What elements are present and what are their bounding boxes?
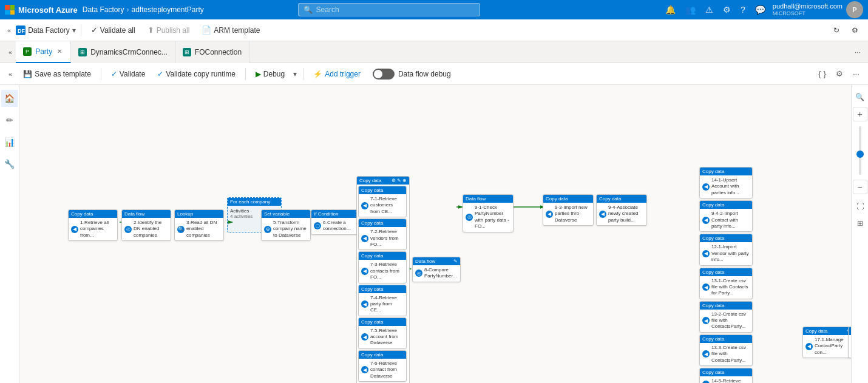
node-compare[interactable]: Data flow ✎ ◎ 8-Compare PartyNumber...	[412, 257, 461, 282]
node-7-2[interactable]: Copy data ◀ 7-2-Retrieve vendors from FO…	[358, 219, 407, 250]
node-7-4[interactable]: Copy data ◀ 7-4-Retrieve party from CE..…	[358, 285, 407, 316]
sidebar-collapse-btn[interactable]: «	[5, 25, 13, 35]
node-body: ◎ 8-Compare PartyNumber...	[413, 265, 460, 282]
party-tab-icon: P	[23, 47, 32, 56]
node-retrieve-companies[interactable]: Copy data ◀ 1-Retrieve all companies fro…	[68, 209, 118, 241]
alerts-icon[interactable]: ⚠	[703, 4, 716, 16]
node-body: ◀ 14-5-Retrieve salutation from...	[700, 376, 752, 383]
validate-copy-icon: ✓	[157, 70, 163, 78]
zoom-in-btn[interactable]: +	[853, 107, 867, 121]
node-check-party[interactable]: Data flow ◎ 9-1-Check PartyNumber with p…	[463, 194, 514, 232]
node-retrieve-salutation[interactable]: Copy data ◀ 14-5-Retrieve salutation fro…	[699, 368, 753, 383]
zoom-out-btn[interactable]: −	[853, 180, 867, 194]
user-info[interactable]: pudhall@microsoft.com MICROSOFT P	[773, 1, 863, 18]
publish-all-btn[interactable]: ⬆ Publish all	[143, 23, 195, 37]
node-identify-dn[interactable]: Data flow ◎ 2-Identify the DN enabled co…	[121, 209, 171, 241]
node-text: 8-Compare PartyNumber...	[424, 267, 458, 280]
node-upsert-account[interactable]: Copy data ◀ 14-1-Upsert Account with par…	[699, 167, 753, 198]
tab-collapse-btn[interactable]: «	[5, 47, 16, 57]
df-dropdown-icon[interactable]: ▾	[72, 26, 76, 35]
sidebar-edit-icon[interactable]: ✏	[1, 112, 18, 129]
node-text: 9-3-Import new parties thro Dataverse	[555, 205, 591, 223]
filter-btn[interactable]: ⚙	[832, 67, 847, 81]
user-company: MICROSOFT	[773, 10, 843, 18]
node-body: ◀ 19-Import ContactParty into...	[849, 335, 851, 358]
refresh-icon: ↻	[833, 26, 839, 35]
tab-dynamics[interactable]: ⊞ DynamicsCrmConnec...	[71, 41, 175, 63]
node-header: Copy data	[700, 201, 752, 209]
node-7-3[interactable]: Copy data ◀ 7-3-Retrieve contacts from F…	[358, 251, 407, 283]
search-input[interactable]	[316, 5, 438, 14]
save-template-icon: 💾	[23, 70, 32, 78]
zoom-slider[interactable]	[859, 126, 861, 175]
node-read-dn[interactable]: Lookup 🔍 3-Read all DN enabled companies	[174, 209, 224, 241]
breadcrumb-factory[interactable]: adftesteploymentParty	[131, 5, 203, 14]
node-header: Copy data	[700, 335, 752, 343]
node-associate-party[interactable]: Copy data ◀ 9-4-Associate newly created …	[596, 194, 647, 226]
sidebar-home-icon[interactable]: 🏠	[1, 90, 18, 107]
breadcrumb-df[interactable]: Data Factory	[83, 5, 124, 14]
user-avatar[interactable]: P	[846, 1, 863, 18]
settings-icon[interactable]: ⚙	[721, 4, 733, 16]
people-icon[interactable]: 👥	[683, 4, 698, 16]
party-tab-close[interactable]: ✕	[56, 48, 63, 55]
sidebar-manage-icon[interactable]: 🔧	[1, 155, 18, 172]
more-options-btn[interactable]: ···	[849, 67, 863, 81]
tab-more-btn[interactable]: ···	[852, 46, 863, 59]
node-7-1[interactable]: Copy data ◀ 7-1-Retrieve customers from …	[358, 186, 407, 217]
validate-btn[interactable]: ✓ Validate	[106, 67, 150, 81]
refresh-btn[interactable]: ↻	[829, 24, 844, 37]
node-create-csv-1[interactable]: Copy data ◀ 13-1-Create csv file with Co…	[699, 268, 753, 299]
node-import-vendor[interactable]: Copy data ◀ 12-1-Import Vendor with part…	[699, 234, 753, 265]
node-header: Copy data	[700, 234, 752, 242]
user-name: pudhall@microsoft.com	[773, 2, 843, 10]
debug-dropdown-btn[interactable]: ▾	[292, 67, 298, 81]
pipeline-canvas[interactable]: Copy data ◀ 1-Retrieve all companies fro…	[19, 85, 851, 383]
header-text: Copy data	[805, 328, 827, 334]
validate-all-btn[interactable]: ✓ Validate all	[86, 23, 140, 37]
arm-template-btn[interactable]: 📄 ARM template	[197, 23, 265, 37]
search-box[interactable]: 🔍	[298, 3, 480, 16]
search-canvas-btn[interactable]: 🔍	[853, 90, 867, 104]
node-body: ◀ 9-3-Import new parties thro Dataverse	[543, 203, 593, 225]
node-icon: ◀	[599, 211, 606, 218]
node-icon: ◀	[702, 250, 710, 257]
help-icon[interactable]: ?	[738, 4, 748, 16]
node-import-parties[interactable]: Copy data ◀ 9-3-Import new parties thro …	[543, 194, 594, 226]
code-view-btn[interactable]: { }	[815, 67, 830, 81]
header-text: Data flow	[415, 259, 435, 264]
validate-copy-btn[interactable]: ✓ Validate copy runtime	[152, 67, 240, 81]
sidebar-monitor-icon[interactable]: 📊	[1, 134, 18, 151]
node-7-5[interactable]: Copy data ◀ 7-5-Retrieve account from Da…	[358, 317, 407, 349]
node-if-condition[interactable]: If Condition ⬡ 6-Create a connection...	[311, 209, 361, 235]
node-create-csv-2[interactable]: Copy data ◀ 13-2-Create csv file with Co…	[699, 301, 753, 333]
node-body: ◎ 9-1-Check PartyNumber with party data …	[463, 203, 513, 232]
node-transform-name[interactable]: Set variable ⊕ 5-Transform company name …	[261, 209, 311, 241]
feedback-icon[interactable]: 💬	[753, 4, 768, 16]
node-body: ◀ 7-4-Retrieve party from CE...	[359, 293, 406, 316]
action-collapse-btn[interactable]: «	[5, 69, 16, 79]
fit-screen-btn[interactable]: ⛶	[853, 199, 867, 214]
node-text: 3-Read all DN enabled companies	[186, 220, 221, 239]
validate-all-label: Validate all	[100, 26, 135, 35]
node-body: ◀ 1-Retrieve all companies from...	[69, 218, 117, 240]
node-text: 7-2-Retrieve vendors from FO...	[370, 229, 404, 248]
node-icon: ◀	[361, 268, 368, 275]
node-text: 9-1-Check PartyNumber with party data - …	[475, 205, 510, 230]
debug-btn[interactable]: ▶ Debug	[251, 67, 290, 81]
node-import-contact[interactable]: Copy data ◀ 9-4-2-Import Contact with pa…	[699, 200, 753, 232]
grid-view-btn[interactable]: ⊞	[853, 216, 867, 231]
toolbar-settings-btn[interactable]: ⚙	[847, 24, 863, 37]
node-create-csv-3[interactable]: Copy data ◀ 13-3-Create csv file with Co…	[699, 334, 753, 366]
notifications-icon[interactable]: 🔔	[663, 4, 678, 16]
node-7-6[interactable]: Copy data ◀ 7-6-Retrieve contact from Da…	[358, 350, 407, 382]
node-manage-contact[interactable]: Copy data ✎ ◀ 17-1-Manage ContactParty c…	[802, 327, 851, 358]
node-import-contact-party[interactable]: Copy data ◀ 19-Import ContactParty into.…	[848, 327, 851, 358]
save-template-btn[interactable]: 💾 Save as template	[18, 67, 96, 81]
dataflow-debug-toggle[interactable]	[373, 69, 395, 80]
add-trigger-btn[interactable]: ⚡ Add trigger	[308, 67, 365, 81]
add-trigger-label: Add trigger	[325, 70, 361, 78]
tab-party[interactable]: P Party ✕	[16, 41, 71, 63]
node-text: 12-1-Import Vendor with party info...	[711, 244, 750, 263]
tab-fo[interactable]: ⊞ FOConnection	[175, 41, 249, 63]
